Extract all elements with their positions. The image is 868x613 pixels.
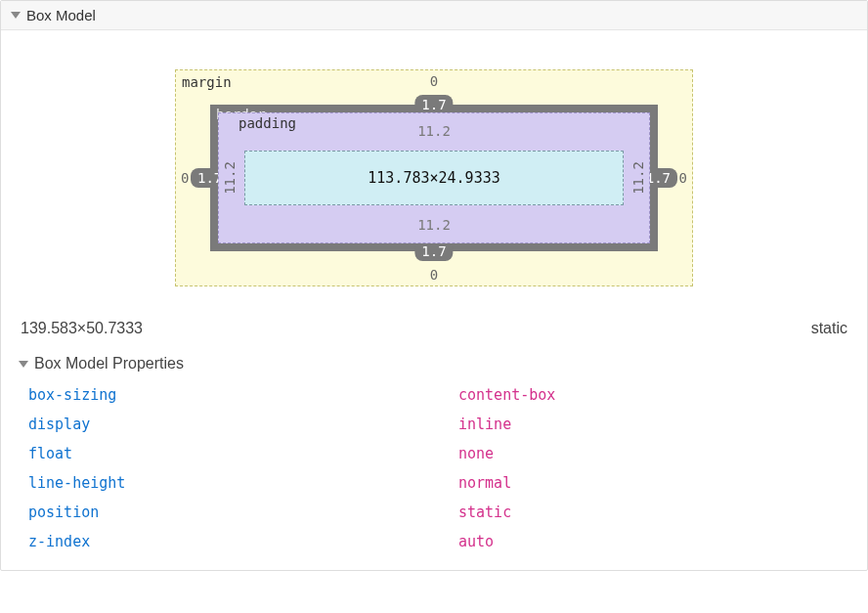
box-model-panel: Box Model margin 0 0 0 0 border 1.7 1.7 …: [0, 0, 868, 571]
size-position-summary: 139.583×50.7333 static: [1, 316, 867, 349]
chevron-down-icon: [11, 12, 21, 19]
margin-top-value[interactable]: 0: [430, 73, 438, 89]
box-model-header[interactable]: Box Model: [1, 1, 867, 30]
padding-region[interactable]: padding 11.2 11.2 11.2 11.2 113.783×24.9…: [218, 112, 650, 243]
property-name: position: [28, 504, 458, 521]
property-name: line-height: [28, 474, 458, 492]
border-region[interactable]: border 1.7 1.7 1.7 1.7 padding 11.2 11.2…: [210, 105, 658, 251]
padding-label: padding: [239, 115, 296, 131]
padding-top-value[interactable]: 11.2: [417, 123, 451, 139]
property-row[interactable]: float none: [28, 439, 847, 468]
property-row[interactable]: line-height normal: [28, 468, 847, 498]
margin-right-value[interactable]: 0: [679, 170, 687, 186]
margin-label: margin: [182, 74, 232, 90]
box-model-title: Box Model: [26, 7, 96, 23]
margin-region[interactable]: margin 0 0 0 0 border 1.7 1.7 1.7 1.7 pa…: [175, 69, 693, 286]
border-bottom-value[interactable]: 1.7: [414, 241, 453, 261]
box-model-properties-header[interactable]: Box Model Properties: [1, 349, 867, 378]
properties-list: box-sizing content-box display inline fl…: [1, 378, 867, 570]
content-region[interactable]: 113.783×24.9333: [244, 151, 624, 205]
property-name: box-sizing: [28, 386, 458, 404]
element-position: static: [811, 320, 847, 337]
margin-bottom-value[interactable]: 0: [430, 267, 438, 283]
padding-left-value[interactable]: 11.2: [222, 161, 238, 195]
property-row[interactable]: display inline: [28, 410, 847, 439]
property-value: normal: [458, 474, 511, 492]
property-row[interactable]: z-index auto: [28, 527, 847, 556]
element-size: 139.583×50.7333: [21, 320, 143, 337]
property-value: static: [458, 504, 511, 521]
property-name: float: [28, 445, 458, 462]
property-name: z-index: [28, 533, 458, 550]
padding-right-value[interactable]: 11.2: [630, 161, 646, 195]
property-value: content-box: [458, 386, 555, 404]
property-value: inline: [458, 416, 511, 433]
box-model-properties-title: Box Model Properties: [34, 355, 184, 372]
property-name: display: [28, 416, 458, 433]
chevron-down-icon: [19, 361, 28, 368]
margin-left-value[interactable]: 0: [181, 170, 189, 186]
content-size: 113.783×24.9333: [368, 169, 499, 187]
property-row[interactable]: position static: [28, 498, 847, 527]
padding-bottom-value[interactable]: 11.2: [417, 217, 451, 233]
box-model-diagram: margin 0 0 0 0 border 1.7 1.7 1.7 1.7 pa…: [1, 30, 867, 316]
property-value: none: [458, 445, 494, 462]
border-top-value[interactable]: 1.7: [414, 95, 453, 114]
property-value: auto: [458, 533, 494, 550]
property-row[interactable]: box-sizing content-box: [28, 380, 847, 410]
